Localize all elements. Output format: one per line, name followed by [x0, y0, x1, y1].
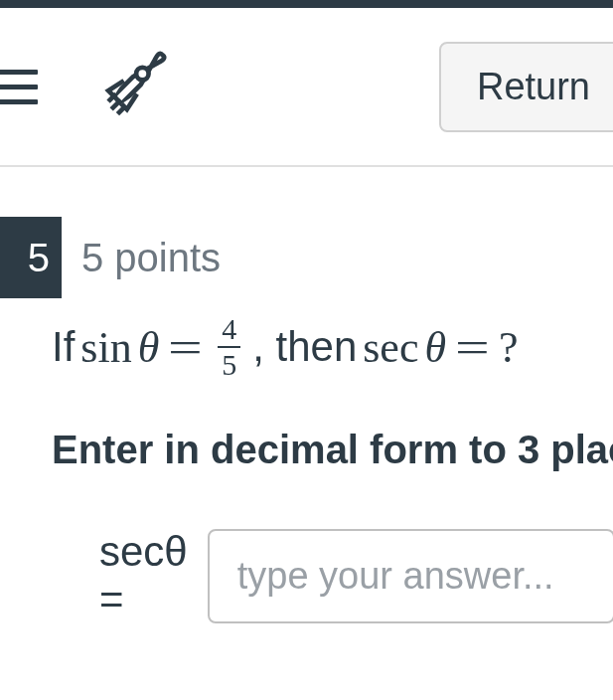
equals-sign: =: [168, 322, 203, 373]
theta-symbol: θ: [138, 322, 160, 373]
points-label: 5 points: [81, 236, 221, 280]
answer-label: secθ =: [99, 528, 188, 623]
instruction-text: Enter in decimal form to 3 places: [0, 380, 613, 472]
fraction-denominator: 5: [222, 348, 236, 380]
svg-point-0: [136, 68, 148, 80]
question-content: 5 5 points If sin θ = 4 5 , then sec θ =…: [0, 167, 613, 623]
sin-function: sin: [80, 322, 131, 373]
question-number: 5: [0, 217, 62, 298]
question-prefix: If: [52, 323, 75, 371]
rocket-icon: [94, 46, 172, 127]
menu-icon[interactable]: [0, 70, 40, 104]
header: Return: [0, 8, 613, 167]
answer-input[interactable]: [208, 529, 613, 623]
question-middle: , then: [252, 323, 357, 371]
fraction-numerator: 4: [218, 314, 240, 348]
svg-line-3: [117, 106, 125, 114]
question-text: If sin θ = 4 5 , then sec θ = ?: [0, 298, 613, 380]
sec-function: sec: [363, 322, 418, 373]
top-bar: [0, 0, 613, 8]
question-mark: ?: [499, 322, 519, 373]
answer-row: secθ =: [0, 472, 613, 623]
svg-line-2: [111, 100, 120, 109]
return-button[interactable]: Return: [439, 42, 613, 132]
question-header: 5 5 points: [0, 217, 613, 298]
equals-sign-2: =: [455, 322, 490, 373]
fraction-four-fifths: 4 5: [218, 314, 240, 380]
theta-symbol-2: θ: [424, 322, 446, 373]
